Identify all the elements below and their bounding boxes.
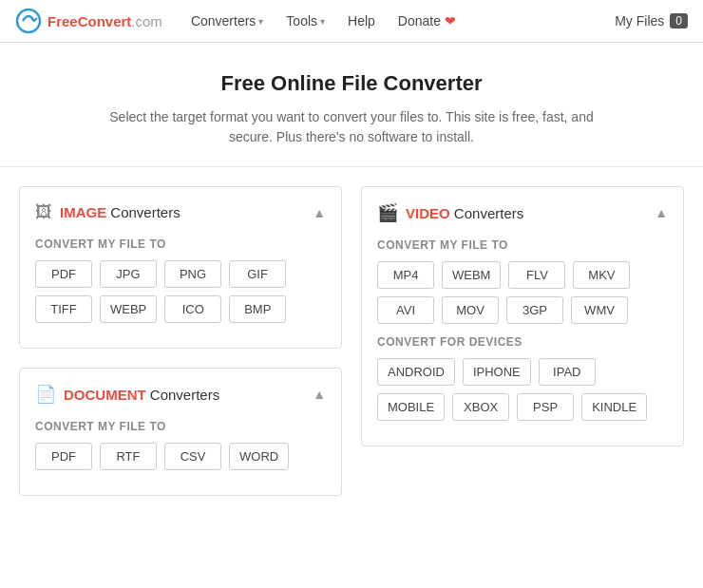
my-files-count: 0	[670, 13, 688, 28]
video-format-grid: MP4 WEBM FLV MKV AVI MOV 3GP WMV	[377, 261, 668, 324]
image-converter-card: 🖼 IMAGE Converters ▲ Convert My File To …	[19, 186, 342, 349]
device-kindle[interactable]: KINDLE	[581, 393, 647, 421]
logo-icon	[15, 8, 42, 34]
document-card-header: 📄 DOCUMENT Converters ▲	[35, 384, 326, 405]
image-format-gif[interactable]: GIF	[229, 260, 286, 288]
image-format-grid: PDF JPG PNG GIF TIFF WEBP ICO BMP	[35, 260, 326, 323]
video-converter-card: 🎬 VIDEO Converters ▲ Convert My File To …	[361, 186, 684, 446]
logo[interactable]: FreeConvert.com	[15, 8, 162, 34]
doc-format-csv[interactable]: CSV	[164, 443, 221, 470]
document-converter-card: 📄 DOCUMENT Converters ▲ Convert My File …	[19, 368, 342, 496]
heart-icon: ❤	[445, 13, 456, 28]
svg-point-0	[17, 9, 40, 32]
device-mobile[interactable]: MOBILE	[377, 393, 445, 421]
video-convert-label: Convert My File To	[377, 238, 668, 252]
image-format-bmp[interactable]: BMP	[229, 295, 286, 323]
device-ipad[interactable]: IPAD	[539, 358, 596, 386]
image-format-jpg[interactable]: JPG	[100, 260, 157, 288]
hero-section: Free Online File Converter Select the ta…	[0, 43, 703, 167]
video-format-wmv[interactable]: WMV	[571, 296, 628, 324]
tools-chevron-icon: ▾	[320, 16, 325, 27]
image-format-ico[interactable]: ICO	[164, 295, 221, 323]
document-card-title: 📄 DOCUMENT Converters	[35, 384, 219, 405]
image-format-pdf[interactable]: PDF	[35, 260, 92, 288]
header: FreeConvert.com Converters ▾ Tools ▾ Hel…	[0, 0, 703, 43]
device-iphone[interactable]: IPHONE	[463, 358, 531, 386]
video-collapse-icon[interactable]: ▲	[655, 205, 668, 220]
doc-format-rtf[interactable]: RTF	[100, 443, 157, 470]
video-card-icon: 🎬	[377, 202, 398, 223]
video-devices-grid: ANDROID IPHONE IPAD MOBILE XBOX PSP KIND…	[377, 358, 668, 421]
video-format-mkv[interactable]: MKV	[573, 261, 630, 289]
image-format-webp[interactable]: WEBP	[100, 295, 157, 323]
video-format-mov[interactable]: MOV	[442, 296, 499, 324]
donate-button[interactable]: Donate ❤	[389, 8, 466, 34]
document-convert-label: Convert My File To	[35, 420, 326, 433]
nav-tools[interactable]: Tools ▾	[276, 8, 334, 34]
device-xbox[interactable]: XBOX	[452, 393, 509, 421]
doc-format-word[interactable]: WORD	[229, 443, 289, 470]
my-files[interactable]: My Files 0	[615, 13, 688, 28]
video-format-flv[interactable]: FLV	[508, 261, 565, 289]
hero-subtitle: Select the target format you want to con…	[104, 107, 598, 147]
image-collapse-icon[interactable]: ▲	[313, 205, 326, 220]
video-format-avi[interactable]: AVI	[377, 296, 434, 324]
converters-chevron-icon: ▾	[258, 16, 263, 27]
video-format-webm[interactable]: WEBM	[442, 261, 501, 289]
document-collapse-icon[interactable]: ▲	[313, 387, 326, 402]
video-devices-label: Convert for devices	[377, 335, 668, 349]
left-column: 🖼 IMAGE Converters ▲ Convert My File To …	[19, 186, 342, 496]
image-card-title: 🖼 IMAGE Converters	[35, 202, 180, 222]
image-convert-label: Convert My File To	[35, 237, 326, 251]
nav-converters[interactable]: Converters ▾	[181, 8, 273, 34]
video-format-3gp[interactable]: 3GP	[506, 296, 563, 324]
main-nav: Converters ▾ Tools ▾ Help Donate ❤	[181, 8, 615, 34]
image-card-icon: 🖼	[35, 202, 52, 222]
document-card-icon: 📄	[35, 384, 56, 405]
video-card-header: 🎬 VIDEO Converters ▲	[377, 202, 668, 223]
doc-format-pdf[interactable]: PDF	[35, 443, 92, 470]
image-format-png[interactable]: PNG	[164, 260, 221, 288]
device-psp[interactable]: PSP	[517, 393, 574, 421]
image-format-tiff[interactable]: TIFF	[35, 295, 92, 323]
document-format-grid: PDF RTF CSV WORD	[35, 443, 326, 470]
device-android[interactable]: ANDROID	[377, 358, 455, 386]
image-card-header: 🖼 IMAGE Converters ▲	[35, 202, 326, 222]
video-format-mp4[interactable]: MP4	[377, 261, 434, 289]
page-title: Free Online File Converter	[19, 71, 684, 96]
right-column: 🎬 VIDEO Converters ▲ Convert My File To …	[361, 186, 684, 496]
logo-text: FreeConvert.com	[48, 13, 162, 29]
video-card-title: 🎬 VIDEO Converters	[377, 202, 523, 223]
main-content: 🖼 IMAGE Converters ▲ Convert My File To …	[0, 167, 703, 515]
nav-help[interactable]: Help	[338, 8, 385, 34]
